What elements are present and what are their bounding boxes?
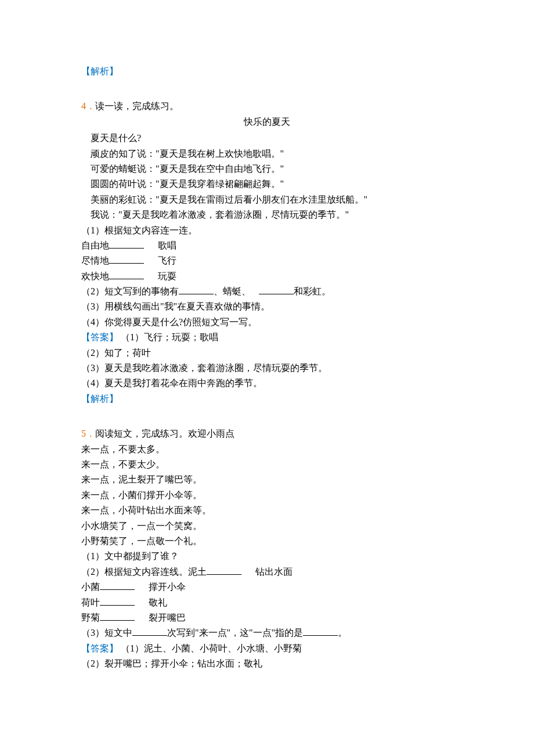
match-row: 野菊裂开嘴巴 <box>81 610 453 625</box>
match-row: 小菌撑开小伞 <box>81 579 453 595</box>
poem-line: 来一点，不要太多。 <box>81 442 453 457</box>
answer-label: 【答案】 <box>81 332 118 342</box>
text: （3）短文中 <box>81 628 132 638</box>
fill-blank[interactable] <box>259 285 294 294</box>
answer-line: （4）夏天是我打着花伞在雨中奔跑的季节。 <box>81 376 453 391</box>
poem-line: 小水塘笑了，一点一个笑窝。 <box>81 519 453 534</box>
fill-blank[interactable] <box>109 269 144 279</box>
fill-blank[interactable] <box>100 580 135 590</box>
match-row: 荷叶敬礼 <box>81 595 453 610</box>
passage-line: 美丽的彩虹说："夏天是我在雷雨过后看小朋友们在水洼里放纸船。" <box>81 192 453 207</box>
poem-line: 来一点，不要太少。 <box>81 457 453 472</box>
text: （2）根据短文内容连线。泥土 <box>81 567 207 577</box>
answer-text: （1）泥土、小菌、小荷叶、小水塘、小野菊 <box>118 643 302 653</box>
match-right: 歌唱 <box>158 240 176 250</box>
poem-line: 来一点，泥土裂开了嘴巴等。 <box>81 472 453 487</box>
match-left: 自由地 <box>81 240 109 250</box>
poem-line: 小野菊笑了，一点敬一个礼。 <box>81 534 453 549</box>
fill-blank[interactable] <box>109 239 144 249</box>
analysis-label: 【解析】 <box>81 391 453 406</box>
answer-text: （1）飞行；玩耍；歌唱 <box>118 332 218 342</box>
subquestion-1: （1）根据短文内容连一连。 <box>81 223 453 238</box>
passage-line: 顽皮的知了说："夏天是我在树上欢快地歌唱。" <box>81 146 453 161</box>
match-right: 敬礼 <box>149 597 167 607</box>
answer-line: （2）知了；荷叶 <box>81 345 453 361</box>
text: （2）短文写到的事物有 <box>81 286 179 296</box>
text: 次写到"来一点"，这"一点"指的是 <box>167 628 303 638</box>
question-5-prompt: 5．阅读短文，完成练习。欢迎小雨点 <box>81 426 453 441</box>
text: 和彩虹。 <box>294 286 331 296</box>
answer-line: 【答案】 （1）飞行；玩耍；歌唱 <box>81 330 453 345</box>
poem-line: 来一点，小荷叶钻出水面来等。 <box>81 503 453 518</box>
subquestion-2: （2）短文写到的事物有、蜻蜓、和彩虹。 <box>81 284 453 299</box>
match-left: 荷叶 <box>81 597 100 607</box>
passage-line: 可爱的蜻蜓说："夏天是我在空中自由地飞行。" <box>81 161 453 177</box>
subquestion-3: （3）短文中次写到"来一点"，这"一点"指的是。 <box>81 625 453 640</box>
match-right: 裂开嘴巴 <box>149 613 186 622</box>
spacer <box>81 406 453 426</box>
fill-blank[interactable] <box>179 285 214 294</box>
subquestion-1: （1）文中都提到了谁？ <box>81 549 453 564</box>
fill-blank[interactable] <box>132 626 167 636</box>
match-right: 撑开小伞 <box>149 582 186 592</box>
answer-line: 【答案】 （1）泥土、小菌、小荷叶、小水塘、小野菊 <box>81 641 453 656</box>
passage-line: 我说："夏天是我吃着冰激凌，套着游泳圈，尽情玩耍的季节。" <box>81 207 453 222</box>
question-4-prompt: 4．读一读，完成练习。 <box>81 99 453 114</box>
match-row: 欢快地玩耍 <box>81 269 453 284</box>
analysis-label: 【解析】 <box>81 64 453 79</box>
match-right: 飞行 <box>158 255 176 265</box>
fill-blank[interactable] <box>303 626 338 636</box>
text: 。 <box>338 628 347 638</box>
fill-blank[interactable] <box>109 254 144 264</box>
match-left: 小菌 <box>81 582 100 592</box>
match-left: 野菊 <box>81 613 100 622</box>
fill-blank[interactable] <box>207 565 241 575</box>
subquestion-2: （2）根据短文内容连线。泥土钻出水面 <box>81 564 453 579</box>
page-content: 【解析】 4．读一读，完成练习。 快乐的夏天 夏天是什么? 顽皮的知了说："夏天… <box>0 0 534 718</box>
match-right: 钻出水面 <box>255 567 293 577</box>
spacer <box>81 79 453 99</box>
question-number: 4． <box>81 101 95 111</box>
passage-title: 快乐的夏天 <box>81 114 453 129</box>
match-left: 尽情地 <box>81 255 109 265</box>
match-right: 玩耍 <box>158 271 176 281</box>
passage-line: 圆圆的荷叶说："夏天是我穿着绿裙翩翩起舞。" <box>81 177 453 192</box>
fill-blank[interactable] <box>100 611 135 621</box>
poem-line: 来一点，小菌们撑开小伞等。 <box>81 488 453 503</box>
match-row: 尽情地飞行 <box>81 253 453 268</box>
fill-blank[interactable] <box>100 596 135 606</box>
subquestion-3: （3）用横线勾画出"我"在夏天喜欢做的事情。 <box>81 299 453 314</box>
passage-line: 夏天是什么? <box>81 131 453 146</box>
answer-label: 【答案】 <box>81 643 118 653</box>
text: 、蜻蜓、 <box>214 286 251 296</box>
subquestion-4: （4）你觉得夏天是什么?仿照短文写一写。 <box>81 315 453 330</box>
answer-line: （3）夏天是我吃着冰激凌，套着游泳圈，尽情玩耍的季节。 <box>81 361 453 376</box>
match-left: 欢快地 <box>81 271 109 281</box>
answer-line: （2）裂开嘴巴；撑开小伞；钻出水面；敬礼 <box>81 656 453 671</box>
prompt-text: 读一读，完成练习。 <box>95 101 179 111</box>
prompt-text: 阅读短文，完成练习。欢迎小雨点 <box>95 429 234 438</box>
question-number: 5． <box>81 429 95 438</box>
match-row: 自由地歌唱 <box>81 238 453 253</box>
